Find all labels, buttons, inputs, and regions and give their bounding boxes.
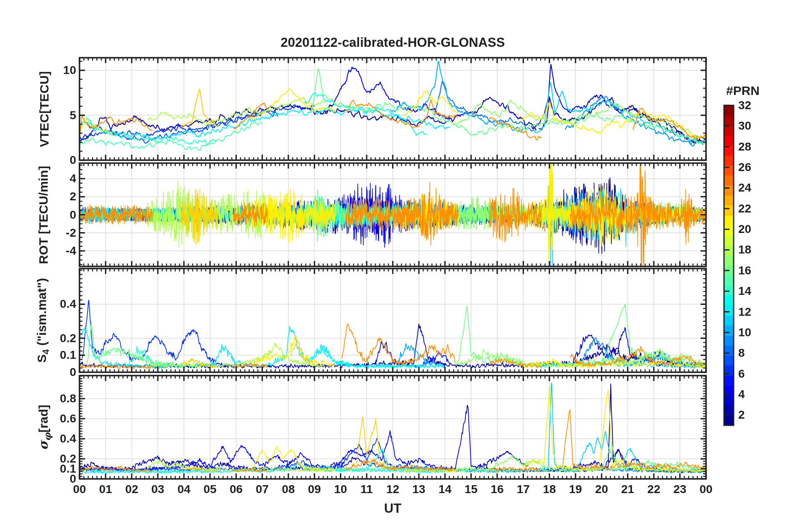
x-tick-label: 03: [151, 483, 164, 496]
y-tick-label: 0.2: [26, 332, 76, 345]
x-axis-label: UT: [80, 501, 706, 516]
y-tick-label: 0: [26, 153, 76, 167]
x-tick-label: 10: [334, 483, 347, 496]
x-tick-label: 12: [386, 483, 399, 496]
x-tick-label: 14: [439, 483, 452, 496]
x-tick-label: 15: [465, 483, 478, 496]
x-tick-label: 04: [177, 483, 190, 496]
colorbar-tick-label: 20: [738, 223, 751, 236]
y-tick-label: 2: [26, 190, 76, 203]
colorbar-tick-label: 28: [738, 140, 751, 153]
colorbar-tick-label: 32: [738, 99, 751, 112]
x-tick-label: 06: [230, 483, 243, 496]
x-tick-label: 23: [673, 483, 686, 496]
colorbar-tick-label: 24: [738, 181, 751, 194]
y-tick-label: 0.2: [26, 452, 76, 466]
y-tick-label: 0.4: [26, 432, 76, 445]
y-tick-label: -4: [26, 244, 76, 258]
y-tick-label: 10: [26, 64, 76, 77]
x-tick-label: 17: [517, 483, 530, 496]
x-tick-label: 08: [282, 483, 295, 496]
y-tick-label: 0.1: [26, 348, 76, 362]
x-tick-label: 13: [412, 483, 425, 496]
colorbar-tick-label: 10: [738, 326, 751, 339]
y-tick-label: 0: [26, 208, 76, 222]
colorbar-tick-label: 22: [738, 202, 751, 215]
x-tick-label: 21: [621, 483, 634, 496]
x-tick-label: 09: [308, 483, 321, 496]
chart-title: 20201122-calibrated-HOR-GLONASS: [80, 35, 706, 50]
x-tick-label: 19: [569, 483, 582, 496]
x-tick-label: 22: [647, 483, 660, 496]
colorbar-tick-label: 6: [738, 367, 745, 381]
y-tick-label: 0.4: [26, 297, 76, 311]
chart-canvas: [0, 0, 796, 532]
x-tick-label: 01: [99, 483, 112, 496]
x-tick-label: 20: [595, 483, 608, 496]
colorbar-title: #PRN: [711, 84, 774, 98]
y-tick-label: -2: [26, 226, 76, 240]
y-tick-label: 0: [26, 366, 76, 379]
y-tick-label: 4: [26, 172, 76, 185]
colorbar-tick-label: 14: [738, 284, 751, 298]
x-tick-label: 02: [125, 483, 138, 496]
colorbar-tick-label: 2: [738, 408, 745, 422]
colorbar-tick-label: 16: [738, 264, 751, 277]
y-tick-label: 0.8: [26, 392, 76, 405]
colorbar-tick-label: 30: [738, 119, 751, 133]
x-tick-label: 16: [490, 483, 503, 496]
colorbar-tick-label: 12: [738, 305, 751, 319]
x-tick-label: 11: [360, 483, 373, 496]
colorbar-tick-label: 4: [738, 388, 745, 401]
x-tick-label: 18: [543, 483, 556, 496]
x-tick-label: 07: [256, 483, 269, 496]
colorbar-tick-label: 18: [738, 243, 751, 256]
x-tick-label: 05: [203, 483, 216, 496]
colorbar-tick-label: 26: [738, 161, 751, 174]
colorbar-tick-label: 8: [738, 346, 745, 360]
ionospheric-scintillation-figure: 20201122-calibrated-HOR-GLONASS VTEC[TEC…: [0, 0, 796, 532]
x-tick-label: 00: [699, 483, 712, 496]
y-tick-label: 5: [26, 109, 76, 122]
y-tick-label: 0.6: [26, 412, 76, 425]
